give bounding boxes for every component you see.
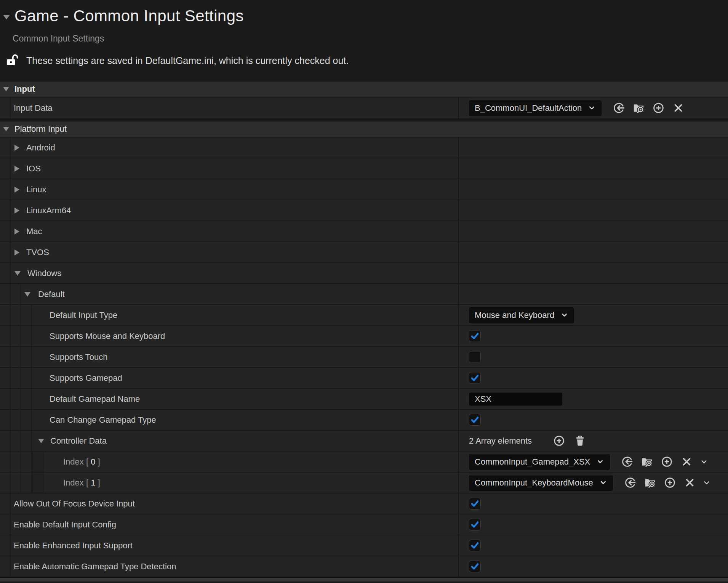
property-label: Supports Mouse and Keyboard [50,331,165,341]
asset-picker-dropdown[interactable]: CommonInput_Gamepad_XSX [469,454,610,470]
make-new-asset-icon[interactable] [653,102,664,114]
indent-guide [21,431,32,451]
allow-out-of-focus-device-input-checkbox[interactable] [469,498,481,510]
row-windows: Windows [0,263,728,284]
value-cell-controller-data-1: CommonInput_KeyboardMouse [459,473,728,493]
row-mac: Mac [0,221,728,242]
make-new-asset-icon[interactable] [664,477,676,489]
value-cell-enable-default-input-config [459,514,728,535]
add-element-icon[interactable] [553,435,565,447]
page-collapse-icon[interactable] [3,15,10,19]
value-cell-allow-out-of-focus-device-input [459,494,728,514]
indent-guide [11,326,21,346]
expander-down-icon[interactable] [14,271,21,276]
asset-toolbar [624,477,696,489]
property-label: Enable Automatic Gamepad Type Detection [14,562,176,572]
enum-dropdown[interactable]: Mouse and Keyboard [469,307,574,323]
supports-touch-checkbox[interactable] [469,351,481,363]
enable-enhanced-input-support-checkbox[interactable] [469,540,481,551]
expander-down-icon[interactable] [24,292,30,297]
category-header-platform-input[interactable]: Platform Input [0,121,728,137]
property-label: LinuxArm64 [26,206,71,216]
array-element-indent [32,452,43,472]
delete-elements-icon[interactable] [574,435,586,447]
expander-down-icon[interactable] [3,87,9,91]
name-cell-tvos: TVOS [0,242,459,262]
property-label: Default [38,289,65,299]
array-elements-count: 2 Array elements [469,436,532,446]
element-options-icon[interactable] [701,477,713,489]
indent-guide [0,326,11,346]
check-icon [470,415,480,425]
element-options-icon[interactable] [698,456,710,468]
name-cell-windows: Windows [0,263,459,283]
browse-to-asset-icon[interactable] [644,477,656,489]
use-selected-asset-icon[interactable] [624,477,636,489]
enable-automatic-gamepad-type-detection-checkbox[interactable] [469,561,481,572]
name-cell-controller-data-1: Index [ 1 ] [0,473,459,493]
checkout-notice: These settings are saved in DefaultGame.… [26,55,349,66]
name-cell-enable-automatic-gamepad-type-detection: Enable Automatic Gamepad Type Detection [0,556,459,577]
expander-right-icon[interactable] [14,166,19,172]
expander-right-icon[interactable] [14,208,19,214]
clear-icon[interactable] [681,456,693,468]
indent-guide [11,284,21,304]
indent-guide [11,305,21,325]
expander-down-icon[interactable] [3,127,9,131]
details-panel: InputInput DataB_CommonUI_DefaultAction … [0,81,728,577]
value-cell-enable-automatic-gamepad-type-detection [459,556,728,577]
row-supports-touch: Supports Touch [0,347,728,368]
make-new-asset-icon[interactable] [661,456,673,468]
clear-icon[interactable] [672,102,684,114]
name-cell-enable-default-input-config: Enable Default Input Config [0,514,459,535]
value-cell-default [459,284,728,304]
default-gamepad-name-textbox[interactable]: XSX [469,393,562,406]
expander-right-icon[interactable] [14,249,19,256]
row-default-gamepad-name: Default Gamepad NameXSX [0,389,728,410]
check-icon [470,331,480,341]
use-selected-asset-icon[interactable] [613,102,625,114]
enable-default-input-config-checkbox[interactable] [469,519,481,530]
expander-down-icon[interactable] [38,439,44,443]
indent-guide [11,347,21,367]
indent-guide [0,137,11,158]
browse-to-asset-icon[interactable] [633,102,645,114]
indent-guide [0,284,11,304]
category-label: Platform Input [14,124,67,134]
use-selected-asset-icon[interactable] [621,456,633,468]
asset-picker-dropdown[interactable]: B_CommonUI_DefaultAction [469,100,602,116]
row-enable-enhanced-input-support: Enable Enhanced Input Support [0,535,728,556]
indent-guide [0,514,11,535]
supports-mouse-and-keyboard-checkbox[interactable] [469,330,481,342]
asset-picker-dropdown[interactable]: CommonInput_KeyboardMouse [469,475,613,491]
combo-selected-value: CommonInput_Gamepad_XSX [475,457,590,467]
asset-toolbar [621,456,693,468]
value-cell-controller-data: 2 Array elements [459,431,728,451]
name-cell-mac: Mac [0,221,459,241]
name-cell-linuxarm64: LinuxArm64 [0,200,459,220]
indent-guide [0,221,11,241]
browse-to-asset-icon[interactable] [641,456,653,468]
clear-icon[interactable] [684,477,696,489]
category-header-input[interactable]: Input [0,81,728,97]
combo-chevron-icon [588,104,596,112]
expander-right-icon[interactable] [14,145,19,151]
expander-right-icon[interactable] [14,228,19,235]
supports-gamepad-checkbox[interactable] [469,372,481,384]
check-icon [470,562,480,571]
value-cell-linuxarm64 [459,200,728,220]
expander-right-icon[interactable] [14,187,19,193]
can-change-gamepad-type-checkbox[interactable] [469,414,481,426]
row-can-change-gamepad-type: Can Change Gamepad Type [0,410,728,431]
check-icon [470,541,480,550]
name-cell-allow-out-of-focus-device-input: Allow Out Of Focus Device Input [0,494,459,514]
property-label: Enable Default Input Config [14,520,116,530]
row-controller-data: Controller Data2 Array elements [0,431,728,452]
indent-guide [0,158,11,179]
property-label: Windows [27,268,61,278]
property-label: Supports Gamepad [50,373,122,383]
indent-guide [0,473,11,493]
name-cell-input-data: Input Data [0,97,459,118]
combo-chevron-icon [560,311,568,319]
settings-page-header: Game - Common Input Settings Common Inpu… [0,0,728,81]
